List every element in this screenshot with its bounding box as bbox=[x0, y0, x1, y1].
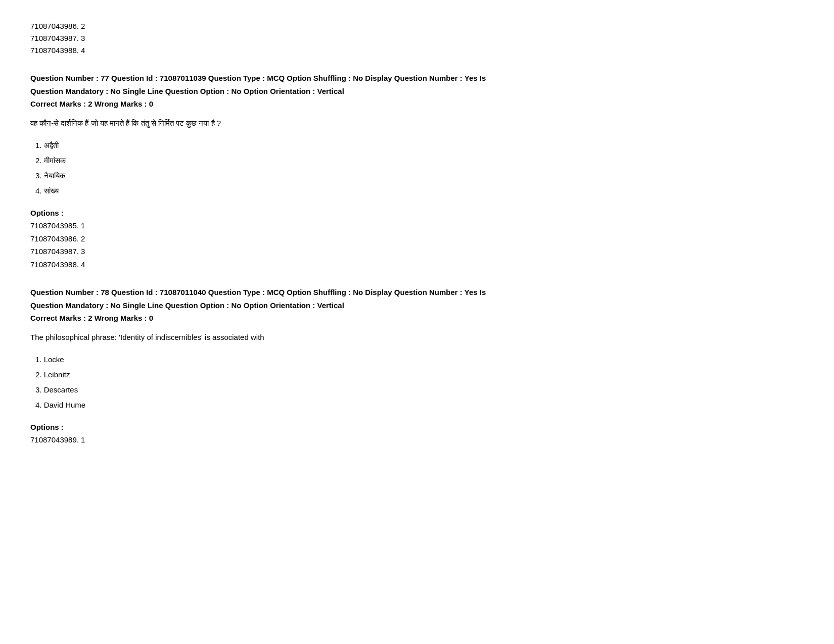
question-77-header-line1: Question Number : 77 Question Id : 71087… bbox=[30, 74, 486, 82]
question-77-choice-4: 4. सांख्य bbox=[35, 183, 804, 199]
question-77-choices: 1. अद्वैती 2. मीमांसक 3. नैयायिक 4. सांख… bbox=[30, 138, 804, 199]
top-option-1: 71087043986. 2 bbox=[30, 20, 804, 32]
question-78-text: The philosophical phrase: 'Identity of i… bbox=[30, 330, 804, 344]
q77-opt-val-4: 71087043988. 4 bbox=[30, 258, 804, 271]
question-78-option-values: 71087043989. 1 bbox=[30, 433, 804, 447]
question-78-choice-1: 1. Locke bbox=[35, 352, 804, 367]
question-77-option-values: 71087043985. 1 71087043986. 2 7108704398… bbox=[30, 219, 804, 271]
question-78-header-line1: Question Number : 78 Question Id : 71087… bbox=[30, 288, 486, 296]
question-77-choice-2: 2. मीमांसक bbox=[35, 153, 804, 168]
top-options-section: 71087043986. 2 71087043987. 3 7108704398… bbox=[30, 20, 804, 57]
q77-opt-val-1: 71087043985. 1 bbox=[30, 219, 804, 232]
top-option-3: 71087043988. 4 bbox=[30, 44, 804, 57]
question-77-choice-1: 1. अद्वैती bbox=[35, 138, 804, 153]
question-77-choice-3: 3. नैयायिक bbox=[35, 168, 804, 183]
question-78-choice-3: 3. Descartes bbox=[35, 382, 804, 398]
question-78-section: Question Number : 78 Question Id : 71087… bbox=[30, 286, 804, 447]
question-77-marks: Correct Marks : 2 Wrong Marks : 0 bbox=[30, 100, 804, 108]
q77-opt-val-3: 71087043987. 3 bbox=[30, 245, 804, 258]
question-78-options-label: Options : bbox=[30, 423, 804, 431]
question-77-text: वह कौन-से दार्शनिक हैं जो यह मानते हैं क… bbox=[30, 116, 804, 130]
question-77-section: Question Number : 77 Question Id : 71087… bbox=[30, 72, 804, 271]
question-78-choices: 1. Locke 2. Leibnitz 3. Descartes 4. Dav… bbox=[30, 352, 804, 413]
question-78-choice-4: 4. David Hume bbox=[35, 398, 804, 413]
question-78-choice-2: 2. Leibnitz bbox=[35, 367, 804, 382]
top-option-2: 71087043987. 3 bbox=[30, 32, 804, 44]
question-78-marks: Correct Marks : 2 Wrong Marks : 0 bbox=[30, 314, 804, 322]
question-78-header-line2: Question Mandatory : No Single Line Ques… bbox=[30, 301, 344, 310]
question-77-header: Question Number : 77 Question Id : 71087… bbox=[30, 72, 804, 97]
q78-opt-val-1: 71087043989. 1 bbox=[30, 433, 804, 447]
question-77-header-line2: Question Mandatory : No Single Line Ques… bbox=[30, 87, 344, 95]
question-77-options-label: Options : bbox=[30, 209, 804, 217]
question-78-header: Question Number : 78 Question Id : 71087… bbox=[30, 286, 804, 312]
q77-opt-val-2: 71087043986. 2 bbox=[30, 232, 804, 245]
